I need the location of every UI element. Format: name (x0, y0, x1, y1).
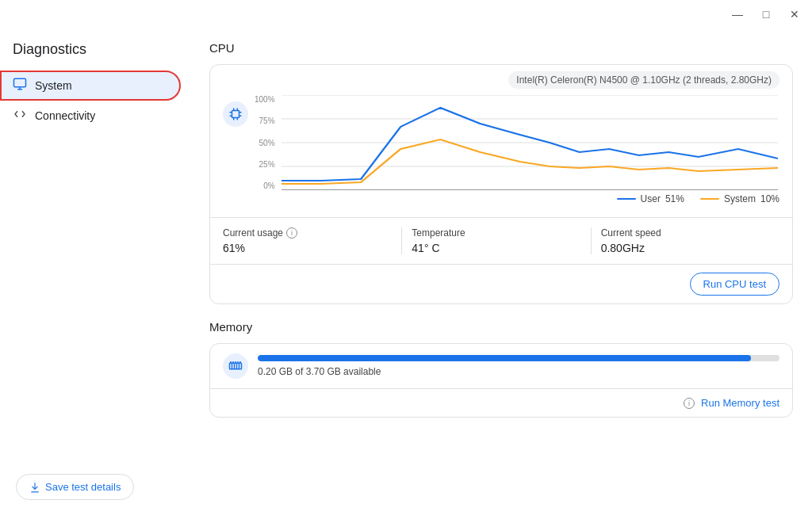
current-speed-label: Current speed (601, 227, 770, 239)
stat-temperature: Temperature 41° C (402, 227, 591, 254)
current-usage-info-icon[interactable]: i (286, 227, 297, 239)
legend-system: System 10% (700, 193, 779, 204)
sidebar-connectivity-label: Connectivity (35, 109, 95, 122)
sidebar: Diagnostics System Connectivity (0, 29, 190, 519)
download-icon (29, 482, 40, 493)
app-title: Diagnostics (0, 41, 190, 71)
save-label: Save test details (45, 481, 121, 493)
maximize-button[interactable]: □ (758, 6, 774, 22)
memory-info-icon[interactable]: i (684, 398, 695, 409)
sidebar-system-label: System (35, 79, 72, 92)
save-test-details-button[interactable]: Save test details (16, 474, 134, 500)
svg-rect-0 (14, 78, 26, 87)
close-button[interactable]: ✕ (787, 6, 802, 22)
temperature-label: Temperature (412, 227, 580, 239)
sidebar-item-system[interactable]: System (0, 71, 181, 101)
memory-card: 0.20 GB of 3.70 GB available i Run Memor… (209, 343, 793, 418)
minimize-button[interactable]: — (730, 6, 745, 22)
legend-system-label: System (724, 193, 756, 204)
temperature-value: 41° C (412, 242, 580, 254)
memory-icon (223, 353, 248, 379)
current-usage-label: Current usage i (223, 227, 392, 239)
memory-card-inner: 0.20 GB of 3.70 GB available (210, 344, 792, 388)
arrows-icon (13, 107, 27, 124)
memory-available-label: 0.20 GB of 3.70 GB available (258, 366, 779, 377)
chart-y-axis: 100% 75% 50% 25% 0% (255, 95, 278, 190)
cpu-chip-info: Intel(R) Celeron(R) N4500 @ 1.10GHz (2 t… (508, 71, 779, 89)
monitor-icon (13, 77, 27, 94)
sidebar-item-connectivity[interactable]: Connectivity (0, 101, 181, 131)
main-content: CPU Intel(R) Celeron(R) N4500 @ 1.10GHz … (190, 29, 812, 519)
chart-legend: User 51% System 10% (255, 190, 779, 211)
chart-area: 100% 75% 50% 25% 0% (210, 89, 792, 217)
stat-current-speed: Current speed 0.80GHz (592, 227, 779, 254)
legend-user: User 51% (617, 193, 684, 204)
memory-bar-wrap: 0.20 GB of 3.70 GB available (258, 355, 779, 377)
run-cpu-test-button[interactable]: Run CPU test (690, 273, 779, 296)
run-memory-test-row: i Run Memory test (210, 388, 792, 417)
cpu-section-title: CPU (209, 41, 793, 55)
cpu-icon (223, 101, 248, 127)
svg-rect-3 (232, 111, 239, 118)
stat-current-usage: Current usage i 61% (223, 227, 402, 254)
current-speed-value: 0.80GHz (601, 242, 770, 254)
cpu-chart-svg (282, 95, 778, 190)
cpu-chart-wrapper: 100% 75% 50% 25% 0% (255, 95, 779, 211)
memory-bar-bg (258, 355, 779, 361)
cpu-header: Intel(R) Celeron(R) N4500 @ 1.10GHz (2 t… (210, 65, 792, 89)
legend-user-value: 51% (665, 193, 684, 204)
current-usage-value: 61% (223, 242, 392, 254)
legend-system-value: 10% (760, 193, 779, 204)
memory-section-title: Memory (209, 320, 793, 334)
run-memory-test-button[interactable]: Run Memory test (701, 397, 779, 409)
run-cpu-test-row: Run CPU test (210, 264, 792, 303)
cpu-stats-row: Current usage i 61% Temperature 41° C Cu… (210, 217, 792, 264)
user-line-icon (617, 198, 636, 200)
system-line-icon (700, 198, 719, 200)
cpu-card: Intel(R) Celeron(R) N4500 @ 1.10GHz (2 t… (209, 64, 793, 304)
main-layout: Diagnostics System Connectivity CPU (0, 29, 812, 519)
titlebar: — □ ✕ (0, 0, 812, 29)
memory-bar-fill (258, 355, 751, 361)
legend-user-label: User (641, 193, 661, 204)
